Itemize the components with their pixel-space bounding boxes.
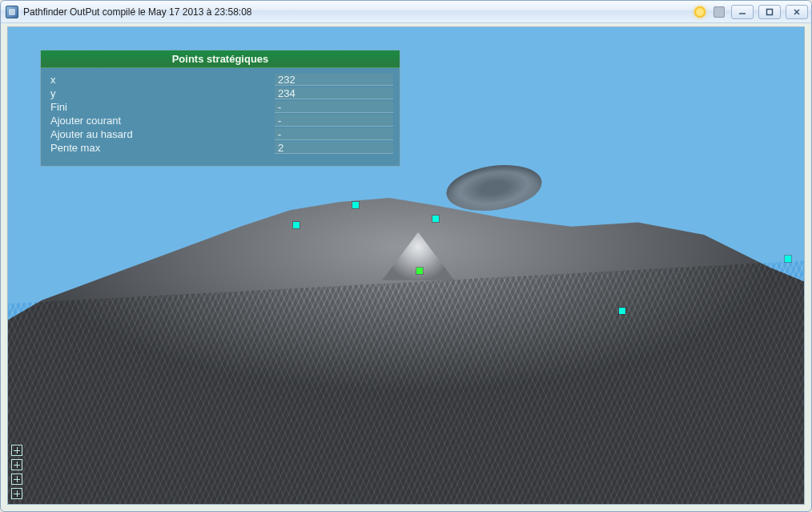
sun-icon: [694, 6, 705, 18]
titlebar-tray: [694, 6, 725, 18]
svg-rect-0: [767, 9, 773, 14]
maximize-icon: [766, 8, 774, 16]
indicator-icon[interactable]: [11, 488, 22, 499]
app-window: Pathfinder OutPut compilé le May 17 2013…: [0, 0, 812, 512]
viewport-3d[interactable]: Points stratégiques x232y234Fini-Ajouter…: [7, 26, 805, 505]
minimize-icon: [738, 8, 746, 16]
hud-row-value[interactable]: 232: [275, 74, 393, 86]
titlebar[interactable]: Pathfinder OutPut compilé le May 17 2013…: [1, 1, 811, 23]
hud-row-value[interactable]: -: [275, 128, 393, 140]
terrain-crater: [443, 159, 544, 216]
waypoint-marker[interactable]: [619, 308, 625, 314]
indicator-icon[interactable]: [11, 474, 22, 485]
window-controls: [731, 5, 808, 19]
hud-row[interactable]: Pente max2: [50, 141, 393, 155]
hud-rows: x232y234Fini-Ajouter courant-Ajouter au …: [41, 68, 400, 155]
hud-row-value[interactable]: -: [275, 101, 393, 113]
hud-row-label: x: [50, 74, 275, 86]
hud-row[interactable]: Fini-: [50, 100, 393, 114]
indicator-icon[interactable]: [11, 459, 22, 470]
hud-row-label: y: [50, 87, 275, 99]
hud-row-value[interactable]: -: [275, 115, 393, 127]
waypoint-marker[interactable]: [352, 202, 359, 208]
hud-row[interactable]: Ajouter au hasard-: [50, 127, 393, 141]
hud-row-label: Ajouter courant: [50, 115, 275, 127]
waypoint-marker[interactable]: [416, 268, 423, 274]
window-title: Pathfinder OutPut compilé le May 17 2013…: [23, 6, 252, 18]
hud-row[interactable]: Ajouter courant-: [50, 114, 393, 127]
waypoint-marker[interactable]: [785, 256, 791, 262]
hud-row-value[interactable]: 234: [275, 87, 393, 99]
hud-row-label: Ajouter au hasard: [50, 128, 275, 140]
waypoint-marker[interactable]: [432, 216, 439, 222]
corner-indicators: [11, 445, 22, 499]
indicator-icon[interactable]: [11, 445, 22, 456]
maximize-button[interactable]: [758, 5, 781, 19]
tray-box-icon: [714, 6, 725, 18]
hud-row[interactable]: x232: [50, 73, 393, 87]
hud-row-label: Fini: [50, 101, 275, 113]
hud-title: Points stratégiques: [41, 50, 400, 68]
waypoint-marker[interactable]: [293, 222, 299, 228]
hud-row[interactable]: y234: [50, 87, 393, 100]
hud-panel[interactable]: Points stratégiques x232y234Fini-Ajouter…: [40, 50, 400, 167]
hud-row-label: Pente max: [50, 142, 275, 154]
hud-row-value[interactable]: 2: [275, 142, 393, 154]
app-icon: [6, 6, 18, 18]
close-button[interactable]: [786, 5, 808, 19]
minimize-button[interactable]: [731, 5, 754, 19]
close-icon: [793, 8, 801, 16]
